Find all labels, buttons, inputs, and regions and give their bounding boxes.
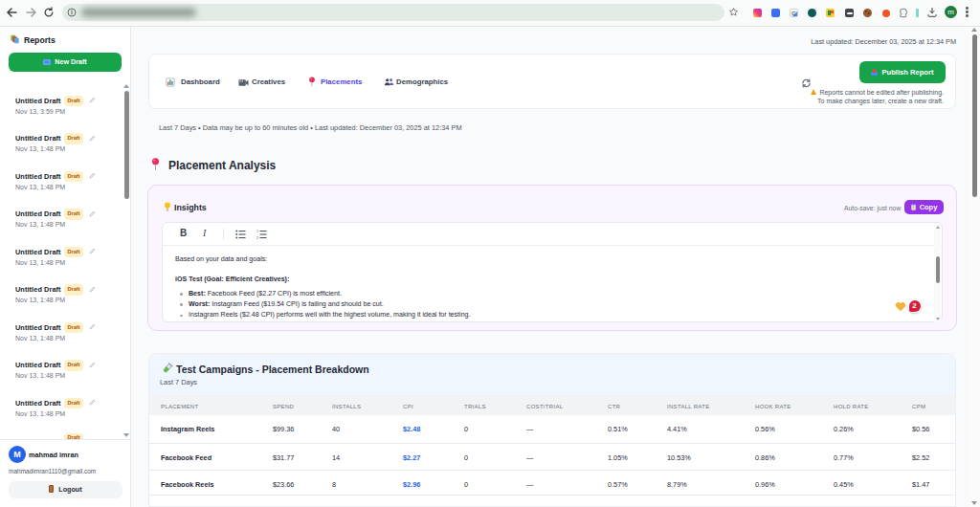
svg-text:1: 1 <box>256 230 258 233</box>
svg-text:2: 2 <box>256 236 258 240</box>
